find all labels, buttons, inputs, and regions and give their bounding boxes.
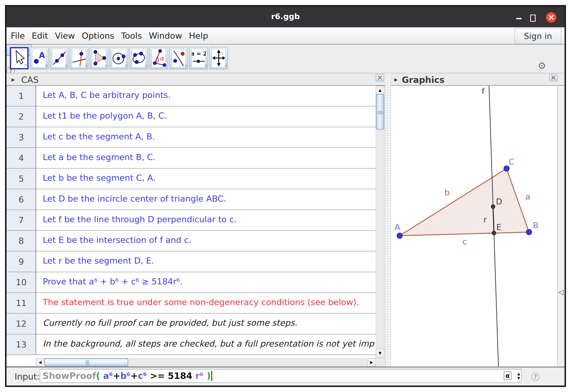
- scroll-down-button[interactable]: ▼: [376, 349, 384, 357]
- cas-row-text[interactable]: Let t1 be the polygon A, B, C.: [43, 111, 375, 120]
- triangle-t1[interactable]: [400, 169, 529, 236]
- cas-row-number[interactable]: 13: [7, 334, 36, 355]
- dropdown-icon[interactable]: ▿: [165, 63, 167, 69]
- cas-row-text[interactable]: Let A, B, C be arbitrary points.: [43, 90, 375, 100]
- cas-row-number[interactable]: 11: [7, 293, 36, 313]
- cas-row-text[interactable]: Prove that a⁶ + b⁶ + c⁶ ≥ 5184r⁶.: [43, 276, 375, 286]
- cas-row-number[interactable]: 6: [7, 189, 36, 210]
- polygon-tool[interactable]: ▿: [90, 47, 108, 69]
- menu-item-help[interactable]: Help: [189, 31, 208, 41]
- cas-row-11[interactable]: 11The statement is true under some non-d…: [7, 293, 376, 314]
- cas-row-number[interactable]: 7: [7, 210, 36, 230]
- cas-row-13[interactable]: 13In the background, all steps are check…: [7, 334, 376, 355]
- dropdown-icon[interactable]: ▿: [24, 62, 27, 68]
- cas-row-9[interactable]: 9Let r be the segment D, E.: [7, 251, 376, 272]
- ellipse-tool[interactable]: ▿: [129, 47, 148, 69]
- point-E[interactable]: [492, 231, 496, 235]
- symbol-keyboard-button[interactable]: α: [504, 372, 511, 380]
- label-c[interactable]: c: [462, 237, 467, 246]
- scroll-left-button[interactable]: ◀: [36, 358, 44, 366]
- cas-row-text[interactable]: Let b be the segment C, A.: [43, 173, 375, 183]
- cas-row-8[interactable]: 8Let E be the intersection of f and c.: [7, 231, 376, 251]
- cas-row-number[interactable]: 3: [7, 127, 36, 147]
- cas-row-5[interactable]: 5Let b be the segment C, A.: [7, 169, 376, 189]
- dropdown-icon[interactable]: ▿: [125, 63, 127, 69]
- dropdown-icon[interactable]: ▿: [145, 63, 147, 69]
- cas-row-text[interactable]: Let c be the segment A, B.: [43, 131, 375, 141]
- label-f[interactable]: f: [482, 87, 485, 96]
- point-C[interactable]: [504, 166, 509, 171]
- dropdown-icon[interactable]: ▿: [65, 63, 68, 69]
- cas-row-number[interactable]: 10: [7, 272, 36, 292]
- cas-row-text[interactable]: Currently no full proof can be provided,…: [43, 318, 375, 328]
- move-tool[interactable]: ▿: [10, 47, 29, 69]
- command-input[interactable]: ShowProof( a⁶+b⁶+c⁶ >= 5184 r⁶ ) α ▲ ▼: [40, 369, 521, 383]
- reflect-tool[interactable]: ▿: [169, 47, 188, 69]
- maximize-button[interactable]: [530, 15, 536, 22]
- cas-row-number[interactable]: 8: [7, 231, 36, 251]
- cas-row-text[interactable]: Let a be the segment B, C.: [43, 152, 375, 162]
- cas-row-12[interactable]: 12Currently no full proof can be provide…: [7, 314, 376, 334]
- cas-row-number[interactable]: 9: [7, 251, 36, 272]
- cas-row-text[interactable]: Let E be the intersection of f and c.: [43, 235, 375, 245]
- graphics-expand-icon[interactable]: ▸: [394, 75, 398, 83]
- line-tool[interactable]: ▿: [50, 47, 69, 69]
- point-D[interactable]: [491, 205, 495, 209]
- cas-row-3[interactable]: 3Let c be the segment A, B.: [7, 127, 376, 148]
- graphics-close-button[interactable]: [549, 74, 557, 81]
- menu-item-options[interactable]: Options: [82, 31, 114, 41]
- vertical-scroll-thumb[interactable]: [376, 94, 384, 129]
- label-A[interactable]: A: [395, 222, 400, 232]
- menu-item-window[interactable]: Window: [149, 31, 182, 41]
- horizontal-scroll-thumb[interactable]: [44, 358, 128, 366]
- move-graphics-tool[interactable]: ▿: [209, 47, 228, 69]
- settings-gear-icon[interactable]: ⚙: [538, 60, 546, 71]
- label-b[interactable]: b: [444, 188, 450, 197]
- sign-in-button[interactable]: Sign in: [514, 28, 561, 44]
- cas-row-number[interactable]: 4: [7, 148, 36, 168]
- cas-row-number[interactable]: 2: [7, 106, 36, 127]
- dropdown-icon[interactable]: ▿: [205, 63, 207, 69]
- cas-row-text[interactable]: Let D be the incircle center of triangle…: [43, 194, 375, 203]
- point-B[interactable]: [526, 229, 532, 235]
- menu-item-file[interactable]: File: [11, 31, 25, 41]
- slider-tool[interactable]: a = 2 ▿: [189, 47, 208, 69]
- label-E[interactable]: E: [496, 222, 501, 232]
- cas-row-number[interactable]: 1: [7, 86, 36, 106]
- angle-tool[interactable]: α ▿: [149, 47, 168, 69]
- cas-vertical-scrollbar[interactable]: ▲ ▼: [376, 86, 384, 366]
- point-tool[interactable]: A ▿: [30, 47, 48, 69]
- label-D[interactable]: D: [496, 197, 502, 206]
- perpendicular-line-tool[interactable]: ▿: [70, 47, 88, 69]
- menu-item-tools[interactable]: Tools: [121, 31, 142, 41]
- close-button[interactable]: [546, 12, 557, 23]
- menu-item-edit[interactable]: Edit: [32, 31, 48, 41]
- label-C[interactable]: C: [509, 157, 514, 167]
- cas-row-4[interactable]: 4Let a be the segment B, C.: [7, 148, 376, 169]
- label-B[interactable]: B: [533, 221, 539, 230]
- cas-horizontal-scrollbar[interactable]: ◀ ▶: [36, 358, 386, 366]
- cas-row-1[interactable]: 1Let A, B, C be arbitrary points.: [7, 86, 376, 106]
- dropdown-icon[interactable]: ▿: [85, 63, 87, 69]
- cas-row-number[interactable]: 12: [7, 314, 36, 334]
- input-help-button[interactable]: ?: [531, 373, 540, 381]
- minimize-button[interactable]: [516, 18, 522, 19]
- cas-row-6[interactable]: 6Let D be the incircle center of triangl…: [7, 189, 376, 210]
- cas-row-text[interactable]: In the background, all steps are checked…: [43, 339, 375, 348]
- dropdown-icon[interactable]: ▿: [105, 63, 107, 69]
- cas-expand-icon[interactable]: ▸: [12, 75, 15, 83]
- menu-item-view[interactable]: View: [55, 31, 75, 41]
- cas-row-2[interactable]: 2Let t1 be the polygon A, B, C.: [7, 106, 376, 127]
- cas-row-text[interactable]: Let f be the line through D perpendicula…: [43, 214, 375, 224]
- input-history-stepper[interactable]: ▲ ▼: [516, 371, 521, 380]
- panel-splitter[interactable]: [386, 73, 391, 366]
- cas-row-text[interactable]: Let r be the segment D, E.: [43, 256, 375, 265]
- dropdown-icon[interactable]: ▿: [225, 63, 227, 69]
- dropdown-icon[interactable]: ▿: [45, 63, 48, 69]
- label-a[interactable]: a: [525, 192, 530, 201]
- cas-row-7[interactable]: 7Let f be the line through D perpendicul…: [7, 210, 376, 231]
- collapse-panel-icon[interactable]: ◁: [558, 288, 563, 296]
- scroll-up-button[interactable]: ▲: [376, 86, 384, 94]
- circle-tool[interactable]: ▿: [110, 47, 128, 69]
- cas-row-text[interactable]: The statement is true under some non-deg…: [43, 297, 375, 307]
